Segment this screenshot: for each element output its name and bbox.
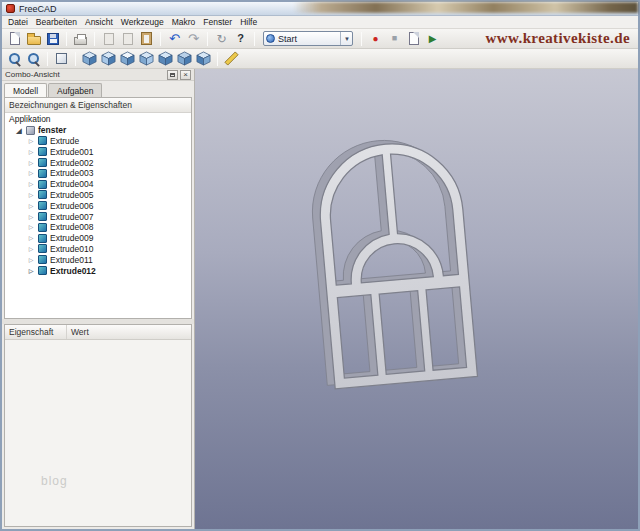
redo-icon[interactable]: ↷ [185, 30, 202, 47]
workbench-label: Start [278, 34, 337, 44]
stop-macro-icon[interactable]: ■ [386, 30, 403, 47]
menu-hilfe[interactable]: Hilfe [236, 16, 261, 28]
float-panel-button[interactable] [167, 70, 178, 80]
tree-item-extrude012[interactable]: ▷ Extrude012 [5, 265, 191, 276]
tree-item-label: Extrude012 [50, 266, 96, 276]
refresh-icon[interactable]: ↻ [213, 30, 230, 47]
new-file-icon[interactable] [6, 30, 23, 47]
tree-item-label: Extrude008 [50, 222, 93, 232]
tree-item-label: Extrude010 [50, 244, 93, 254]
expander-icon[interactable]: ▷ [27, 235, 35, 241]
tree-item-extrude007[interactable]: ▷ Extrude007 [5, 211, 191, 222]
whatsthis-icon[interactable]: ? [232, 30, 249, 47]
expander-icon[interactable]: ▷ [27, 149, 35, 155]
titlebar[interactable]: FreeCAD [2, 2, 638, 16]
expander-icon[interactable]: ▷ [27, 192, 35, 198]
combo-view-titlebar[interactable]: Combo-Ansicht × [2, 69, 194, 81]
macros-icon[interactable] [405, 30, 422, 47]
rear-view-icon[interactable] [157, 50, 174, 67]
expander-icon[interactable]: ▷ [27, 257, 35, 263]
toolbar-separator [207, 32, 208, 46]
tree-item-extrude005[interactable]: ▷ Extrude005 [5, 190, 191, 201]
tree-item-label: Extrude002 [50, 158, 93, 168]
expander-icon[interactable]: ▷ [27, 268, 35, 274]
toolbar-separator [47, 52, 48, 66]
tree-item-extrude002[interactable]: ▷ Extrude002 [5, 157, 191, 168]
menu-ansicht[interactable]: Ansicht [81, 16, 117, 28]
watermark-text: blog [41, 474, 68, 488]
menu-datei[interactable]: Datei [4, 16, 32, 28]
print-icon[interactable] [72, 30, 89, 47]
screen: FreeCAD Datei Bearbeiten Ansicht Werkzeu… [0, 0, 640, 531]
toolbar-separator [66, 32, 67, 46]
extrude-icon [38, 147, 47, 156]
measure-icon[interactable] [223, 50, 240, 67]
expander-icon[interactable]: ▷ [27, 160, 35, 166]
column-wert[interactable]: Wert [67, 325, 191, 339]
tree-item-label: Applikation [9, 114, 51, 124]
expander-icon[interactable]: ▷ [27, 170, 35, 176]
axonometric-view-icon[interactable] [81, 50, 98, 67]
property-list: blog [5, 340, 191, 526]
menu-werkzeuge[interactable]: Werkzeuge [117, 16, 168, 28]
extrude-icon [38, 201, 47, 210]
chevron-down-icon[interactable]: ▼ [340, 32, 350, 45]
menu-fenster[interactable]: Fenster [199, 16, 236, 28]
save-icon[interactable] [44, 30, 61, 47]
expander-icon[interactable]: ▷ [27, 181, 35, 187]
tree-item-extrude003[interactable]: ▷ Extrude003 [5, 168, 191, 179]
toolbar-view [2, 49, 638, 69]
extrude-icon [38, 169, 47, 178]
expander-open-icon[interactable]: ◢ [15, 127, 23, 134]
zoom-region-icon[interactable] [25, 50, 42, 67]
open-file-icon[interactable] [25, 30, 42, 47]
column-eigenschaft[interactable]: Eigenschaft [5, 325, 67, 339]
menu-bearbeiten[interactable]: Bearbeiten [32, 16, 81, 28]
record-macro-icon[interactable]: ● [367, 30, 384, 47]
menu-makro[interactable]: Makro [168, 16, 200, 28]
tree-item-applikation[interactable]: Applikation [5, 114, 191, 125]
expander-icon[interactable]: ▷ [27, 138, 35, 144]
expander-icon[interactable]: ▷ [27, 246, 35, 252]
expander-icon[interactable]: ▷ [27, 224, 35, 230]
expander-icon[interactable]: ▷ [27, 214, 35, 220]
tree-item-extrude004[interactable]: ▷ Extrude004 [5, 179, 191, 190]
undo-icon[interactable]: ↶ [166, 30, 183, 47]
tree-item-extrude010[interactable]: ▷ Extrude010 [5, 244, 191, 255]
tree-item-label: fenster [38, 125, 66, 135]
close-panel-button[interactable]: × [180, 70, 191, 80]
tree-item-extrude[interactable]: ▷ Extrude [5, 136, 191, 147]
tab-modell[interactable]: Modell [4, 83, 47, 97]
fit-all-icon[interactable] [6, 50, 23, 67]
combo-view-title: Combo-Ansicht [5, 70, 165, 79]
execute-macro-icon[interactable]: ▶ [424, 30, 441, 47]
tree-item-extrude009[interactable]: ▷ Extrude009 [5, 233, 191, 244]
top-view-icon[interactable] [119, 50, 136, 67]
tree-item-extrude008[interactable]: ▷ Extrude008 [5, 222, 191, 233]
draw-style-icon[interactable] [53, 50, 70, 67]
3d-viewport[interactable] [195, 69, 638, 529]
tab-aufgaben[interactable]: Aufgaben [48, 83, 102, 97]
extrude-icon [38, 255, 47, 264]
property-header: Eigenschaft Wert [5, 325, 191, 340]
tree-item-extrude001[interactable]: ▷ Extrude001 [5, 146, 191, 157]
front-view-icon[interactable] [100, 50, 117, 67]
freecad-window: FreeCAD Datei Bearbeiten Ansicht Werkzeu… [0, 0, 640, 531]
cut-icon[interactable] [100, 30, 117, 47]
extrude-icon [38, 158, 47, 167]
expander-icon[interactable]: ▷ [27, 203, 35, 209]
tree-item-extrude011[interactable]: ▷ Extrude011 [5, 254, 191, 265]
left-view-icon[interactable] [195, 50, 212, 67]
tree-item-extrude006[interactable]: ▷ Extrude006 [5, 200, 191, 211]
extrude-icon [38, 223, 47, 232]
bottom-view-icon[interactable] [176, 50, 193, 67]
paste-icon[interactable] [138, 30, 155, 47]
extrude-icon [38, 234, 47, 243]
tree-item-fenster[interactable]: ◢ fenster [5, 125, 191, 136]
workbench-selector[interactable]: Start ▼ [263, 31, 353, 46]
copy-icon[interactable] [119, 30, 136, 47]
extrude-icon [38, 244, 47, 253]
tree-item-label: Extrude006 [50, 201, 93, 211]
right-view-icon[interactable] [138, 50, 155, 67]
tree-item-label: Extrude [50, 136, 79, 146]
